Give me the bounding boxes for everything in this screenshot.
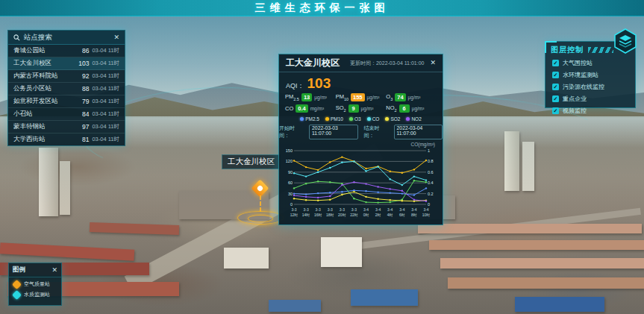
chart-legend-item[interactable]: PM10 (325, 116, 343, 122)
chart-legend-item[interactable]: CO (367, 116, 380, 122)
legend-label: SO2 (390, 116, 400, 122)
y-right-tick: 0.4 (428, 180, 434, 185)
chart-point (317, 169, 319, 171)
end-time-input[interactable]: 2022-03-04 11:07:00 (394, 125, 443, 139)
pollutant-label: SO2 (336, 104, 346, 113)
x-tick: 3-320时 (338, 207, 346, 217)
pollutant-value-badge: 13 (301, 93, 312, 101)
chart-legend-item[interactable]: O3 (349, 116, 361, 122)
building-block (321, 237, 362, 267)
pollutant-cell: O374µg/m³ (386, 93, 437, 101)
chart-point (317, 192, 319, 194)
close-icon[interactable]: ✕ (51, 267, 57, 274)
chart-point (305, 175, 307, 177)
layer-checkbox-item[interactable]: ✓水环境监测站 (545, 69, 635, 81)
chart-point (317, 180, 319, 182)
marker-drop-line (260, 195, 261, 212)
chart-point (365, 168, 366, 169)
y-left-tick: 30 (288, 192, 293, 196)
chart-point (413, 175, 415, 177)
chart-point (329, 181, 331, 183)
close-icon[interactable]: ✕ (430, 60, 436, 66)
station-row[interactable]: 工大金川校区10303-04 11时 (8, 57, 125, 70)
station-time: 03-04 11时 (92, 110, 119, 118)
app-header: 三维生态环保一张图 (0, 0, 644, 16)
pollutant-cell: NO26µg/m³ (386, 104, 437, 113)
station-row[interactable]: 大学西街站8103-04 11时 (8, 134, 125, 146)
popup-header: 工大金川校区 更新时间：2022-03-04 11:01:00 ✕ (279, 54, 443, 72)
chart-point (293, 187, 295, 189)
checkbox-icon[interactable]: ✓ (552, 95, 559, 102)
start-time-input[interactable]: 2022-03-03 11:07:00 (309, 125, 357, 139)
chart-point (413, 180, 415, 181)
layer-control-panel: 图层控制 ✓大气国控站✓水环境监测站✓污染源在线监控✓重点企业✓视频监控 (545, 41, 636, 108)
chart-point (317, 172, 319, 173)
pollutant-unit: µg/m³ (314, 95, 327, 100)
station-row[interactable]: 小召站8403-04 11时 (8, 108, 125, 121)
chart-point (390, 192, 391, 193)
checkbox-icon[interactable]: ✓ (552, 60, 559, 66)
chart-point (390, 199, 391, 201)
layer-checkbox-item[interactable]: ✓大气国控站 (545, 57, 635, 69)
chart-point (293, 172, 295, 174)
chart-point (425, 160, 427, 161)
chart-legend-item[interactable]: SO2 (385, 116, 400, 122)
chart-legend-item[interactable]: PM2.5 (300, 116, 319, 122)
pollutant-cell: SO29µg/m³ (336, 104, 387, 113)
checkbox-icon[interactable]: ✓ (552, 84, 559, 90)
chart-point (425, 179, 427, 180)
station-row[interactable]: 内蒙古环科院站9203-04 11时 (8, 70, 125, 83)
layer-checkbox-item[interactable]: ✓重点企业 (545, 92, 635, 104)
close-icon[interactable]: ✕ (113, 34, 119, 41)
marker-halo-ring (248, 215, 273, 222)
building-block (522, 142, 534, 191)
chart-point (353, 191, 354, 192)
station-value: 92 (82, 72, 89, 80)
checkbox-icon[interactable]: ✓ (552, 107, 559, 114)
search-icon[interactable] (13, 34, 20, 41)
pollutant-unit: µg/m³ (367, 95, 380, 100)
chart-point (329, 161, 331, 163)
chart-point (365, 183, 366, 184)
station-list-panel: 站点搜索 ✕ 青城公园站8603-04 11时工大金川校区10303-04 11… (7, 30, 125, 146)
chart-point (353, 160, 354, 162)
chart-legend-item[interactable]: NO2 (406, 116, 421, 122)
y-left-tick: 0 (290, 202, 293, 207)
pollutant-unit: µg/m³ (412, 106, 425, 111)
station-row[interactable]: 青城公园站8603-04 11时 (8, 45, 125, 57)
legend-label: CO (372, 116, 380, 122)
station-panel-header: 站点搜索 ✕ (8, 31, 125, 45)
chart-point (305, 193, 307, 195)
building-block (418, 224, 642, 233)
pollutant-unit: µg/m³ (408, 95, 421, 100)
station-value: 88 (82, 85, 89, 92)
station-row[interactable]: 蒙丰特钢站9703-04 11时 (8, 121, 125, 134)
station-value: 79 (82, 98, 89, 105)
pollutant-trend-chart[interactable]: 030609012015000.20.40.60.813-312时3-314时3… (281, 147, 441, 223)
station-row[interactable]: 公务员小区站8803-04 11时 (8, 83, 125, 95)
station-row[interactable]: 如意和开发区站7903-04 11时 (8, 95, 125, 108)
legend-panel-title: 图例 (13, 266, 51, 274)
station-name: 青城公园站 (13, 46, 79, 55)
y-right-tick: 1 (428, 148, 430, 153)
station-value: 97 (82, 123, 89, 131)
y-right-tick: 0.2 (428, 192, 434, 196)
chart-point (365, 170, 366, 172)
update-time: 更新时间：2022-03-04 11:01:00 (346, 60, 424, 67)
checkbox-icon[interactable]: ✓ (552, 72, 559, 78)
layer-checkbox-item[interactable]: ✓视频监控 (545, 104, 635, 116)
layer-checkbox-item[interactable]: ✓污染源在线监控 (545, 81, 635, 92)
chart-point (353, 181, 354, 183)
chart-point (329, 192, 331, 193)
legend-item: 空气质量站 (9, 277, 61, 288)
pollutant-cell: PM10155µg/m³ (336, 93, 387, 101)
page-title: 三维生态环保一张图 (255, 1, 390, 15)
station-panel-title: 站点搜索 (24, 33, 110, 43)
layers-hexagon-icon[interactable] (613, 28, 638, 54)
station-name: 内蒙古环科院站 (13, 72, 79, 81)
y-left-tick: 150 (286, 148, 293, 153)
building-block (515, 297, 604, 312)
chart-point (413, 169, 415, 170)
legend-label: PM2.5 (305, 116, 319, 122)
legend-dot-icon (300, 117, 304, 121)
